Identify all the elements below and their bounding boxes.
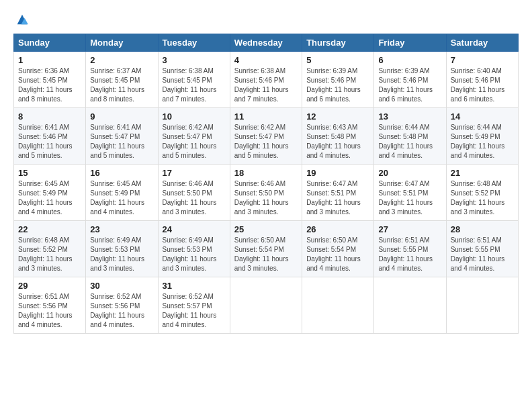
day-number: 21 xyxy=(451,168,514,178)
day-info: Sunrise: 6:47 AMSunset: 5:51 PMDaylight:… xyxy=(378,179,441,217)
day-info: Sunrise: 6:47 AMSunset: 5:51 PMDaylight:… xyxy=(306,179,369,217)
day-number: 6 xyxy=(378,55,441,65)
weekday-header: Tuesday xyxy=(158,34,230,52)
calendar-cell: 22Sunrise: 6:48 AMSunset: 5:52 PMDayligh… xyxy=(14,221,86,277)
calendar-cell: 2Sunrise: 6:37 AMSunset: 5:45 PMDaylight… xyxy=(86,52,158,108)
day-info: Sunrise: 6:41 AMSunset: 5:47 PMDaylight:… xyxy=(90,123,153,161)
day-info: Sunrise: 6:52 AMSunset: 5:56 PMDaylight:… xyxy=(90,292,153,330)
day-info: Sunrise: 6:48 AMSunset: 5:52 PMDaylight:… xyxy=(18,236,81,273)
day-info: Sunrise: 6:45 AMSunset: 5:49 PMDaylight:… xyxy=(90,179,153,217)
calendar-cell: 15Sunrise: 6:45 AMSunset: 5:49 PMDayligh… xyxy=(14,165,86,221)
day-number: 22 xyxy=(18,224,81,234)
calendar-cell: 8Sunrise: 6:41 AMSunset: 5:46 PMDaylight… xyxy=(14,108,86,165)
day-number: 28 xyxy=(451,224,514,234)
day-info: Sunrise: 6:42 AMSunset: 5:47 PMDaylight:… xyxy=(234,123,298,161)
day-info: Sunrise: 6:39 AMSunset: 5:46 PMDaylight:… xyxy=(378,66,441,104)
calendar-cell: 27Sunrise: 6:51 AMSunset: 5:55 PMDayligh… xyxy=(374,221,446,277)
calendar-cell: 16Sunrise: 6:45 AMSunset: 5:49 PMDayligh… xyxy=(86,165,158,221)
calendar-cell: 13Sunrise: 6:44 AMSunset: 5:48 PMDayligh… xyxy=(374,108,446,165)
day-number: 15 xyxy=(18,168,81,178)
day-info: Sunrise: 6:38 AMSunset: 5:46 PMDaylight:… xyxy=(234,66,298,104)
calendar-cell: 28Sunrise: 6:51 AMSunset: 5:55 PMDayligh… xyxy=(446,221,518,277)
calendar-cell: 19Sunrise: 6:47 AMSunset: 5:51 PMDayligh… xyxy=(302,165,374,221)
day-number: 19 xyxy=(306,168,369,178)
calendar-cell: 12Sunrise: 6:43 AMSunset: 5:48 PMDayligh… xyxy=(302,108,374,165)
day-info: Sunrise: 6:44 AMSunset: 5:49 PMDaylight:… xyxy=(451,123,514,161)
day-number: 26 xyxy=(306,224,369,234)
calendar-cell: 14Sunrise: 6:44 AMSunset: 5:49 PMDayligh… xyxy=(446,108,518,165)
calendar-cell xyxy=(374,277,446,334)
day-info: Sunrise: 6:38 AMSunset: 5:45 PMDaylight:… xyxy=(163,66,226,104)
day-number: 27 xyxy=(378,224,441,234)
calendar-week-row: 15Sunrise: 6:45 AMSunset: 5:49 PMDayligh… xyxy=(14,165,519,221)
day-number: 3 xyxy=(163,55,226,65)
day-info: Sunrise: 6:46 AMSunset: 5:50 PMDaylight:… xyxy=(234,179,298,217)
calendar-week-row: 8Sunrise: 6:41 AMSunset: 5:46 PMDaylight… xyxy=(14,108,519,165)
header xyxy=(13,12,519,27)
day-info: Sunrise: 6:51 AMSunset: 5:55 PMDaylight:… xyxy=(378,236,441,273)
calendar-cell xyxy=(230,277,302,334)
page: SundayMondayTuesdayWednesdayThursdayFrid… xyxy=(0,0,532,340)
day-number: 25 xyxy=(234,224,298,234)
calendar-cell: 20Sunrise: 6:47 AMSunset: 5:51 PMDayligh… xyxy=(374,165,446,221)
calendar-cell: 3Sunrise: 6:38 AMSunset: 5:45 PMDaylight… xyxy=(158,52,230,108)
calendar-cell: 31Sunrise: 6:52 AMSunset: 5:57 PMDayligh… xyxy=(158,277,230,334)
day-number: 7 xyxy=(451,55,514,65)
day-info: Sunrise: 6:45 AMSunset: 5:49 PMDaylight:… xyxy=(18,179,81,217)
calendar-cell: 9Sunrise: 6:41 AMSunset: 5:47 PMDaylight… xyxy=(86,108,158,165)
calendar-cell xyxy=(302,277,374,334)
weekday-header: Saturday xyxy=(446,34,518,52)
day-info: Sunrise: 6:52 AMSunset: 5:57 PMDaylight:… xyxy=(163,292,226,330)
day-number: 4 xyxy=(234,55,298,65)
day-info: Sunrise: 6:51 AMSunset: 5:56 PMDaylight:… xyxy=(18,292,81,330)
day-number: 10 xyxy=(163,111,226,122)
calendar-cell: 17Sunrise: 6:46 AMSunset: 5:50 PMDayligh… xyxy=(158,165,230,221)
calendar-cell: 30Sunrise: 6:52 AMSunset: 5:56 PMDayligh… xyxy=(86,277,158,334)
calendar-cell: 4Sunrise: 6:38 AMSunset: 5:46 PMDaylight… xyxy=(230,52,302,108)
day-number: 1 xyxy=(18,55,81,65)
weekday-header: Sunday xyxy=(14,34,86,52)
calendar-cell xyxy=(446,277,518,334)
calendar-week-row: 22Sunrise: 6:48 AMSunset: 5:52 PMDayligh… xyxy=(14,221,519,277)
day-info: Sunrise: 6:48 AMSunset: 5:52 PMDaylight:… xyxy=(451,179,514,217)
day-number: 30 xyxy=(90,281,153,291)
day-number: 29 xyxy=(18,281,81,291)
logo-icon xyxy=(15,12,30,27)
day-number: 12 xyxy=(306,111,369,122)
day-number: 9 xyxy=(90,111,153,122)
day-number: 11 xyxy=(234,111,298,122)
day-number: 24 xyxy=(163,224,226,234)
day-number: 17 xyxy=(163,168,226,178)
logo xyxy=(13,12,30,27)
calendar-cell: 23Sunrise: 6:49 AMSunset: 5:53 PMDayligh… xyxy=(86,221,158,277)
day-info: Sunrise: 6:41 AMSunset: 5:46 PMDaylight:… xyxy=(18,123,81,161)
day-info: Sunrise: 6:42 AMSunset: 5:47 PMDaylight:… xyxy=(163,123,226,161)
calendar-week-row: 1Sunrise: 6:36 AMSunset: 5:45 PMDaylight… xyxy=(14,52,519,108)
calendar-cell: 26Sunrise: 6:50 AMSunset: 5:54 PMDayligh… xyxy=(302,221,374,277)
day-number: 5 xyxy=(306,55,369,65)
day-info: Sunrise: 6:44 AMSunset: 5:48 PMDaylight:… xyxy=(378,123,441,161)
calendar-cell: 29Sunrise: 6:51 AMSunset: 5:56 PMDayligh… xyxy=(14,277,86,334)
weekday-header: Friday xyxy=(374,34,446,52)
day-info: Sunrise: 6:37 AMSunset: 5:45 PMDaylight:… xyxy=(90,66,153,104)
day-info: Sunrise: 6:50 AMSunset: 5:54 PMDaylight:… xyxy=(306,236,369,273)
day-info: Sunrise: 6:46 AMSunset: 5:50 PMDaylight:… xyxy=(163,179,226,217)
calendar-cell: 25Sunrise: 6:50 AMSunset: 5:54 PMDayligh… xyxy=(230,221,302,277)
calendar-cell: 6Sunrise: 6:39 AMSunset: 5:46 PMDaylight… xyxy=(374,52,446,108)
calendar-cell: 11Sunrise: 6:42 AMSunset: 5:47 PMDayligh… xyxy=(230,108,302,165)
calendar-cell: 21Sunrise: 6:48 AMSunset: 5:52 PMDayligh… xyxy=(446,165,518,221)
day-info: Sunrise: 6:51 AMSunset: 5:55 PMDaylight:… xyxy=(451,236,514,273)
day-number: 13 xyxy=(378,111,441,122)
calendar-cell: 1Sunrise: 6:36 AMSunset: 5:45 PMDaylight… xyxy=(14,52,86,108)
day-info: Sunrise: 6:49 AMSunset: 5:53 PMDaylight:… xyxy=(163,236,226,273)
day-info: Sunrise: 6:36 AMSunset: 5:45 PMDaylight:… xyxy=(18,66,81,104)
day-number: 31 xyxy=(163,281,226,291)
calendar-cell: 24Sunrise: 6:49 AMSunset: 5:53 PMDayligh… xyxy=(158,221,230,277)
day-info: Sunrise: 6:49 AMSunset: 5:53 PMDaylight:… xyxy=(90,236,153,273)
calendar-cell: 10Sunrise: 6:42 AMSunset: 5:47 PMDayligh… xyxy=(158,108,230,165)
calendar-cell: 7Sunrise: 6:40 AMSunset: 5:46 PMDaylight… xyxy=(446,52,518,108)
day-number: 14 xyxy=(451,111,514,122)
weekday-header: Wednesday xyxy=(230,34,302,52)
day-info: Sunrise: 6:40 AMSunset: 5:46 PMDaylight:… xyxy=(451,66,514,104)
calendar-header-row: SundayMondayTuesdayWednesdayThursdayFrid… xyxy=(14,34,519,52)
